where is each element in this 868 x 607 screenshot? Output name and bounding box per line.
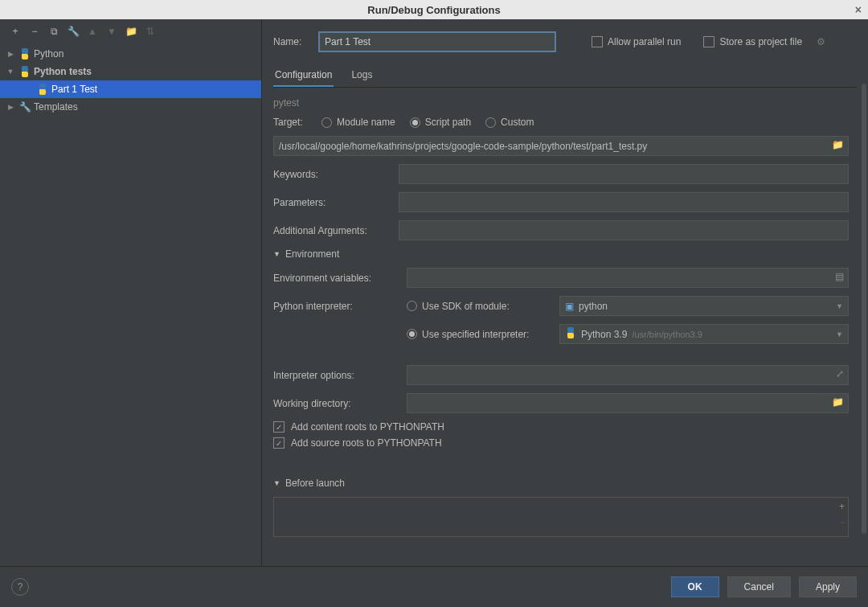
tree-item-python[interactable]: ▶ Python (0, 45, 261, 63)
config-tree: ▶ Python ▼ Python tests Part 1 Test ▶ 🔧 … (0, 43, 261, 566)
cancel-button[interactable]: Cancel (727, 576, 791, 597)
wrench-icon[interactable]: 🔧 (66, 24, 80, 39)
target-custom-radio[interactable]: Custom (485, 117, 534, 128)
before-launch-collapse[interactable]: ▼ Before launch (273, 478, 849, 489)
chevron-right-icon: ▶ (5, 103, 16, 111)
vertical-scrollbar[interactable] (862, 84, 866, 534)
titlebar: Run/Debug Configurations × (0, 0, 868, 19)
gear-icon[interactable]: ⚙ (817, 36, 825, 47)
wrench-icon: 🔧 (18, 101, 32, 113)
config-tabs: Configuration Logs (273, 64, 857, 88)
python-icon (18, 48, 32, 59)
working-dir-input[interactable] (407, 393, 849, 413)
tree-item-templates[interactable]: ▶ 🔧 Templates (0, 98, 261, 116)
folder-icon[interactable]: 📁 (124, 24, 138, 39)
parameters-label: Parameters: (273, 197, 399, 208)
chevron-down-icon: ▼ (5, 68, 16, 76)
window-title: Run/Debug Configurations (367, 4, 500, 16)
addl-args-input[interactable] (399, 220, 849, 240)
python-test-icon (35, 84, 50, 95)
interp-options-input[interactable] (407, 365, 849, 385)
remove-icon[interactable]: − (27, 24, 42, 39)
tree-label: Part 1 Test (51, 84, 97, 95)
store-as-file-label: Store as project file (719, 36, 802, 47)
checkbox-icon (273, 421, 285, 433)
tree-item-part1-test[interactable]: Part 1 Test (0, 80, 261, 98)
tree-label: Python tests (34, 66, 92, 77)
pytest-section-title: pytest (273, 97, 849, 109)
script-path-input[interactable] (273, 136, 849, 156)
chevron-down-icon: ▼ (273, 479, 280, 487)
env-vars-label: Environment variables: (273, 273, 407, 284)
name-input[interactable] (318, 31, 556, 52)
addl-args-label: Additional Arguments: (273, 225, 399, 236)
checkbox-icon (592, 36, 603, 47)
module-icon: ▣ (565, 301, 574, 312)
use-sdk-radio[interactable]: Use SDK of module: (407, 301, 559, 312)
ok-button[interactable]: OK (671, 576, 719, 597)
config-editor: Name: Allow parallel run Store as projec… (262, 19, 868, 566)
parameters-input[interactable] (399, 192, 849, 212)
help-icon[interactable]: ? (11, 578, 29, 596)
apply-button[interactable]: Apply (799, 576, 857, 597)
remove-icon[interactable]: − (839, 517, 845, 528)
chevron-down-icon: ▼ (273, 250, 280, 258)
add-source-roots-checkbox[interactable]: Add source roots to PYTHONPATH (273, 437, 849, 449)
use-specified-radio[interactable]: Use specified interpreter: (407, 329, 559, 340)
keywords-label: Keywords: (273, 169, 399, 180)
chevron-right-icon: ▶ (5, 50, 16, 58)
chevron-down-icon: ▼ (836, 330, 843, 338)
chevron-down-icon: ▼ (836, 302, 843, 310)
folder-icon[interactable]: 📁 (832, 139, 844, 150)
config-toolbar: + − ⧉ 🔧 ▲ ▼ 📁 ⇅ (0, 19, 261, 43)
add-content-roots-checkbox[interactable]: Add content roots to PYTHONPATH (273, 421, 849, 433)
store-as-file-checkbox[interactable]: Store as project file (703, 36, 802, 47)
sdk-module-combo[interactable]: ▣ python ▼ (559, 296, 849, 316)
interp-options-label: Interpreter options: (273, 370, 407, 381)
working-dir-label: Working directory: (273, 398, 407, 409)
checkbox-icon (703, 36, 714, 47)
up-icon[interactable]: ▲ (85, 24, 100, 39)
env-vars-input[interactable] (407, 268, 849, 288)
copy-icon[interactable]: ⧉ (47, 24, 61, 39)
dialog-footer: ? OK Cancel Apply (0, 566, 868, 606)
allow-parallel-label: Allow parallel run (608, 36, 681, 47)
checkbox-icon (273, 437, 285, 449)
python-tests-icon (18, 66, 32, 77)
allow-parallel-checkbox[interactable]: Allow parallel run (592, 36, 681, 47)
config-list-panel: + − ⧉ 🔧 ▲ ▼ 📁 ⇅ ▶ Python ▼ Python tests … (0, 19, 262, 566)
environment-collapse[interactable]: ▼ Environment (273, 248, 849, 260)
tab-logs[interactable]: Logs (350, 64, 374, 87)
expand-icon[interactable]: ⤢ (836, 368, 844, 379)
tree-label: Templates (34, 101, 78, 113)
keywords-input[interactable] (399, 164, 849, 184)
tree-label: Python (34, 48, 63, 59)
list-icon[interactable]: ▤ (835, 271, 844, 282)
python-icon (565, 327, 576, 341)
add-icon[interactable]: + (839, 501, 845, 512)
specified-interpreter-combo[interactable]: Python 3.9 /usr/bin/python3.9 ▼ (559, 324, 849, 344)
before-launch-list: + − (273, 497, 849, 537)
target-script-radio[interactable]: Script path (410, 117, 471, 128)
down-icon[interactable]: ▼ (104, 24, 119, 39)
tab-configuration[interactable]: Configuration (273, 64, 334, 87)
folder-icon[interactable]: 📁 (832, 396, 844, 408)
target-module-radio[interactable]: Module name (321, 117, 395, 128)
interpreter-label: Python interpreter: (273, 301, 407, 312)
name-label: Name: (273, 36, 307, 47)
add-icon[interactable]: + (8, 24, 23, 39)
tree-item-python-tests[interactable]: ▼ Python tests (0, 63, 261, 80)
target-label: Target: (273, 117, 309, 128)
close-icon[interactable]: × (855, 3, 862, 16)
sort-icon[interactable]: ⇅ (143, 24, 158, 39)
